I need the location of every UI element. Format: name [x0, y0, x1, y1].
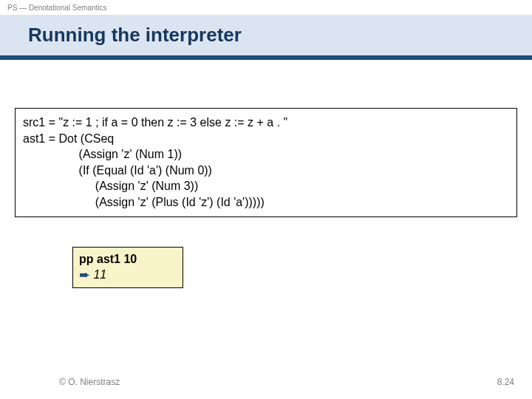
code-box: src1 = "z := 1 ; if a = 0 then z := 3 el… [15, 108, 517, 217]
result-output: 11 [93, 268, 106, 281]
slide-number: 8.24 [497, 377, 514, 387]
course-header: PS — Denotational Semantics [0, 0, 532, 15]
arrow-icon: ➨ [79, 267, 90, 282]
title-band: Running the interpreter [0, 15, 532, 55]
result-output-line: ➨ 11 [79, 267, 177, 284]
footer-copyright: © O. Nierstrasz [59, 377, 120, 387]
result-box: pp ast1 10 ➨ 11 [72, 247, 183, 289]
result-command: pp ast1 10 [79, 252, 177, 267]
slide-title: Running the interpreter [28, 24, 525, 47]
accent-bar [0, 55, 532, 60]
